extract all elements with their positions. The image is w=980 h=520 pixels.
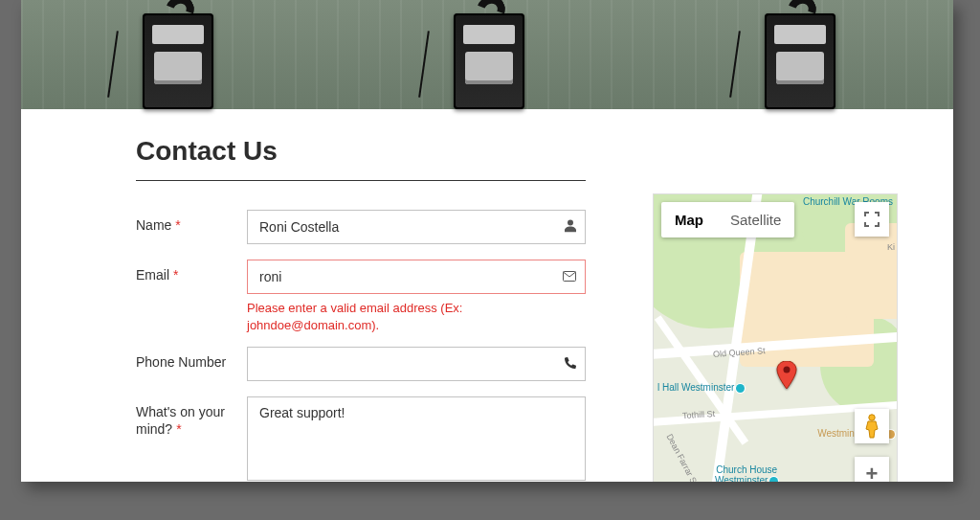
map-fullscreen-button[interactable]	[855, 202, 889, 237]
svg-point-2	[869, 415, 875, 420]
name-label: Name*	[136, 210, 247, 235]
name-input[interactable]	[247, 210, 586, 244]
email-input[interactable]	[247, 260, 586, 294]
location-map[interactable]: Churchill War Rooms Ki Old Queen St l Ha…	[653, 193, 898, 482]
pegman-icon	[863, 414, 880, 439]
hero-banner	[21, 0, 953, 109]
map-poi-hall-westminster: l Hall Westminster	[657, 382, 745, 393]
phone-label: Phone Number	[136, 347, 247, 372]
map-pegman-button[interactable]	[855, 409, 889, 443]
email-error-message: Please enter a valid email address (Ex: …	[247, 300, 572, 333]
contact-form: Contact Us Name* Email*	[136, 136, 586, 482]
window-frame: Contact Us Name* Email*	[0, 0, 980, 520]
page: Contact Us Name* Email*	[21, 0, 953, 482]
payphone-graphic	[123, 0, 229, 109]
map-street-dean-farrar: Dean Farrar St	[664, 432, 700, 482]
map-tab-map[interactable]: Map	[661, 202, 717, 237]
comment-textarea[interactable]	[247, 396, 586, 481]
map-poi-church-house: Church HouseWestminster	[715, 464, 778, 482]
email-label: Email*	[136, 260, 247, 284]
payphone-graphic	[434, 0, 540, 109]
map-tab-satellite[interactable]: Satellite	[717, 202, 794, 237]
title-divider	[136, 180, 586, 181]
map-type-switcher: Map Satellite	[661, 202, 794, 237]
comment-label: What's on your mind?*	[136, 396, 247, 438]
map-pin-icon	[776, 361, 797, 382]
page-title: Contact Us	[136, 136, 586, 167]
map-zoom-in-button[interactable]: +	[855, 457, 889, 482]
phone-input[interactable]	[247, 347, 586, 381]
map-street-ki: Ki	[887, 242, 895, 252]
payphone-graphic	[746, 0, 851, 109]
svg-point-1	[784, 367, 791, 373]
plus-icon: +	[866, 462, 879, 482]
fullscreen-icon	[864, 212, 880, 227]
